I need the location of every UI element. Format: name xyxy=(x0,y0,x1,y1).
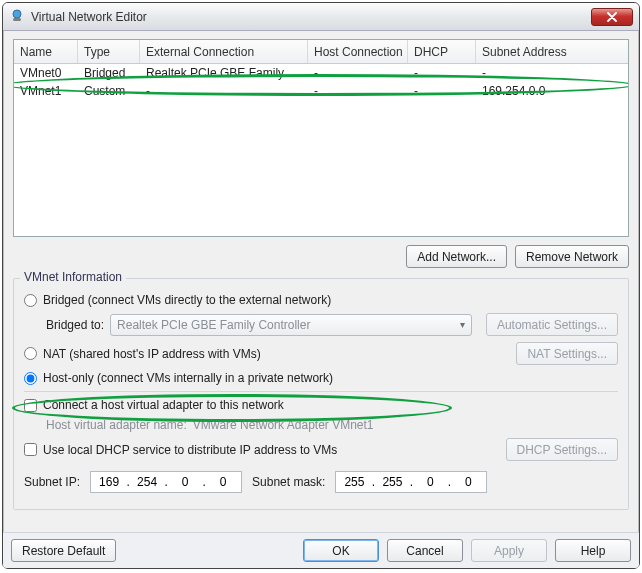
connect-host-adapter-row: Connect a host virtual adapter to this n… xyxy=(24,398,618,412)
table-row[interactable]: VMnet1 Custom - - - 169.254.0.0 xyxy=(14,82,628,100)
bridged-radio[interactable] xyxy=(24,294,37,307)
nat-settings-button: NAT Settings... xyxy=(516,342,618,365)
bridged-to-label: Bridged to: xyxy=(46,318,104,332)
bridged-label: Bridged (connect VMs directly to the ext… xyxy=(43,293,331,307)
col-type[interactable]: Type xyxy=(78,40,140,63)
ok-button[interactable]: OK xyxy=(303,539,379,562)
col-ext[interactable]: External Connection xyxy=(140,40,308,63)
content-area: Name Type External Connection Host Conne… xyxy=(3,31,639,532)
bridged-radio-row: Bridged (connect VMs directly to the ext… xyxy=(24,293,618,307)
titlebar: Virtual Network Editor xyxy=(3,3,639,31)
vmnet-information-group: VMnet Information Bridged (connect VMs d… xyxy=(13,278,629,510)
window-title: Virtual Network Editor xyxy=(31,10,585,24)
dhcp-settings-button: DHCP Settings... xyxy=(506,438,618,461)
subnet-mask-label: Subnet mask: xyxy=(252,475,325,489)
hostonly-radio-row: Host-only (connect VMs internally in a p… xyxy=(24,371,618,385)
network-list[interactable]: Name Type External Connection Host Conne… xyxy=(13,39,629,237)
subnet-ip-field[interactable]: 169. 254. 0. 0 xyxy=(90,471,242,493)
table-header: Name Type External Connection Host Conne… xyxy=(14,40,628,64)
bridged-to-dropdown: Realtek PCIe GBE Family Controller ▾ xyxy=(110,314,472,336)
group-legend: VMnet Information xyxy=(20,270,126,284)
col-subnet[interactable]: Subnet Address xyxy=(476,40,628,63)
col-dhcp[interactable]: DHCP xyxy=(408,40,476,63)
nat-label: NAT (shared host's IP address with VMs) xyxy=(43,347,261,361)
window-close-button[interactable] xyxy=(591,8,633,26)
connect-host-adapter-checkbox[interactable] xyxy=(24,399,37,412)
apply-button: Apply xyxy=(471,539,547,562)
app-icon xyxy=(9,9,25,25)
restore-default-button[interactable]: Restore Default xyxy=(11,539,116,562)
svg-point-0 xyxy=(13,10,21,18)
add-network-button[interactable]: Add Network... xyxy=(406,245,507,268)
bridged-to-value: Realtek PCIe GBE Family Controller xyxy=(117,318,310,332)
use-dhcp-label: Use local DHCP service to distribute IP … xyxy=(43,443,337,457)
chevron-down-icon: ▾ xyxy=(460,319,465,330)
subnet-mask-field[interactable]: 255. 255. 0. 0 xyxy=(335,471,487,493)
separator xyxy=(24,391,618,392)
use-dhcp-row: Use local DHCP service to distribute IP … xyxy=(24,438,618,461)
automatic-settings-button: Automatic Settings... xyxy=(486,313,618,336)
col-name[interactable]: Name xyxy=(14,40,78,63)
network-buttons-row: Add Network... Remove Network xyxy=(13,245,629,268)
cancel-button[interactable]: Cancel xyxy=(387,539,463,562)
svg-rect-1 xyxy=(13,18,21,21)
host-adapter-name-value: VMware Network Adapter VMnet1 xyxy=(193,418,374,432)
help-button[interactable]: Help xyxy=(555,539,631,562)
remove-network-button[interactable]: Remove Network xyxy=(515,245,629,268)
virtual-network-editor-window: Virtual Network Editor Name Type Externa… xyxy=(2,2,640,569)
hostonly-label: Host-only (connect VMs internally in a p… xyxy=(43,371,333,385)
use-dhcp-checkbox[interactable] xyxy=(24,443,37,456)
hostonly-radio[interactable] xyxy=(24,372,37,385)
connect-host-adapter-label: Connect a host virtual adapter to this n… xyxy=(43,398,284,412)
col-host[interactable]: Host Connection xyxy=(308,40,408,63)
host-adapter-name-row: Host virtual adapter name: VMware Networ… xyxy=(24,418,618,432)
bridged-to-row: Bridged to: Realtek PCIe GBE Family Cont… xyxy=(24,313,618,336)
nat-radio[interactable] xyxy=(24,347,37,360)
host-adapter-name-label: Host virtual adapter name: xyxy=(46,418,187,432)
subnet-ip-label: Subnet IP: xyxy=(24,475,80,489)
close-icon xyxy=(607,12,617,22)
nat-radio-row: NAT (shared host's IP address with VMs) … xyxy=(24,342,618,365)
table-row[interactable]: VMnet0 Bridged Realtek PCIe GBE Family C… xyxy=(14,64,628,82)
bottom-button-bar: Restore Default OK Cancel Apply Help xyxy=(3,532,639,568)
subnet-row: Subnet IP: 169. 254. 0. 0 Subnet mask: 2… xyxy=(24,471,618,493)
